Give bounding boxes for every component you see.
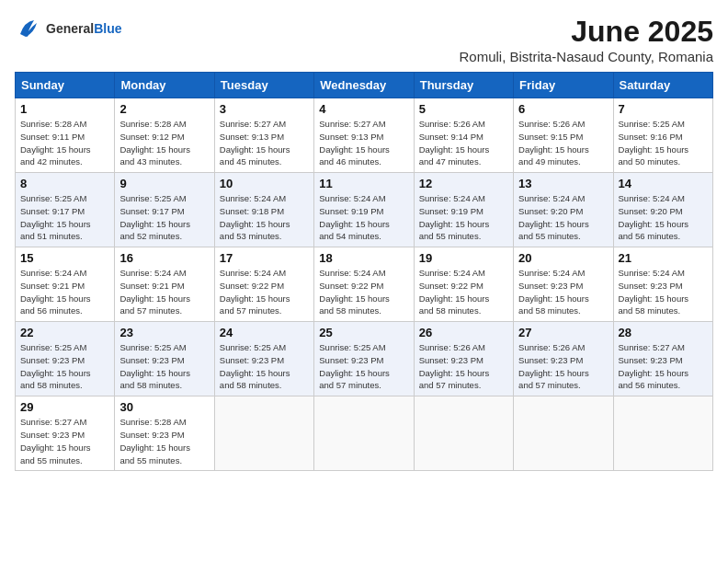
day-info: Sunrise: 5:24 AM Sunset: 9:19 PM Dayligh… bbox=[419, 192, 508, 243]
header-row: Sunday Monday Tuesday Wednesday Thursday… bbox=[16, 73, 713, 98]
day-info: Sunrise: 5:24 AM Sunset: 9:23 PM Dayligh… bbox=[619, 267, 708, 317]
day-number: 13 bbox=[518, 177, 608, 190]
day-info: Sunrise: 5:27 AM Sunset: 9:23 PM Dayligh… bbox=[20, 416, 109, 466]
day-info: Sunrise: 5:24 AM Sunset: 9:23 PM Dayligh… bbox=[518, 267, 608, 317]
day-info: Sunrise: 5:24 AM Sunset: 9:20 PM Dayligh… bbox=[619, 192, 708, 243]
day-info: Sunrise: 5:26 AM Sunset: 9:15 PM Dayligh… bbox=[518, 118, 608, 168]
calendar-cell: 30Sunrise: 5:28 AM Sunset: 9:23 PM Dayli… bbox=[115, 396, 214, 471]
calendar-cell: 19Sunrise: 5:24 AM Sunset: 9:22 PM Dayli… bbox=[414, 247, 513, 322]
logo-text: GeneralBlue bbox=[46, 21, 121, 36]
calendar-cell: 23Sunrise: 5:25 AM Sunset: 9:23 PM Dayli… bbox=[115, 322, 214, 396]
day-number: 27 bbox=[518, 326, 608, 339]
title-block: June 2025 Romuli, Bistrita-Nasaud County… bbox=[460, 15, 714, 64]
day-info: Sunrise: 5:27 AM Sunset: 9:13 PM Dayligh… bbox=[220, 118, 309, 168]
day-info: Sunrise: 5:24 AM Sunset: 9:22 PM Dayligh… bbox=[220, 267, 309, 317]
calendar-cell: 26Sunrise: 5:26 AM Sunset: 9:23 PM Dayli… bbox=[414, 322, 513, 396]
week-row-3: 15Sunrise: 5:24 AM Sunset: 9:21 PM Dayli… bbox=[16, 247, 713, 322]
day-info: Sunrise: 5:25 AM Sunset: 9:16 PM Dayligh… bbox=[619, 118, 708, 168]
day-number: 30 bbox=[119, 400, 209, 414]
day-info: Sunrise: 5:28 AM Sunset: 9:12 PM Dayligh… bbox=[119, 118, 209, 168]
week-row-2: 8Sunrise: 5:25 AM Sunset: 9:17 PM Daylig… bbox=[16, 173, 713, 247]
day-number: 19 bbox=[419, 251, 508, 265]
calendar-cell: 29Sunrise: 5:27 AM Sunset: 9:23 PM Dayli… bbox=[16, 396, 115, 471]
calendar-cell bbox=[514, 396, 613, 471]
calendar-cell: 21Sunrise: 5:24 AM Sunset: 9:23 PM Dayli… bbox=[613, 247, 712, 322]
day-info: Sunrise: 5:25 AM Sunset: 9:23 PM Dayligh… bbox=[220, 341, 309, 392]
logo-icon bbox=[15, 15, 42, 42]
day-info: Sunrise: 5:28 AM Sunset: 9:11 PM Dayligh… bbox=[20, 118, 109, 168]
col-tuesday: Tuesday bbox=[214, 73, 313, 98]
calendar-cell: 16Sunrise: 5:24 AM Sunset: 9:21 PM Dayli… bbox=[115, 247, 214, 322]
week-row-4: 22Sunrise: 5:25 AM Sunset: 9:23 PM Dayli… bbox=[16, 322, 713, 396]
calendar-cell bbox=[214, 396, 313, 471]
col-wednesday: Wednesday bbox=[314, 73, 414, 98]
day-info: Sunrise: 5:28 AM Sunset: 9:23 PM Dayligh… bbox=[119, 416, 209, 466]
day-number: 2 bbox=[119, 102, 209, 116]
day-info: Sunrise: 5:27 AM Sunset: 9:13 PM Dayligh… bbox=[319, 118, 408, 168]
col-saturday: Saturday bbox=[613, 73, 712, 98]
day-info: Sunrise: 5:26 AM Sunset: 9:23 PM Dayligh… bbox=[419, 341, 508, 392]
day-number: 26 bbox=[419, 326, 508, 339]
calendar-cell: 17Sunrise: 5:24 AM Sunset: 9:22 PM Dayli… bbox=[214, 247, 313, 322]
calendar-cell bbox=[414, 396, 513, 471]
day-number: 1 bbox=[20, 102, 109, 116]
month-year-title: June 2025 bbox=[460, 15, 714, 49]
day-number: 15 bbox=[20, 251, 109, 265]
day-info: Sunrise: 5:25 AM Sunset: 9:23 PM Dayligh… bbox=[319, 341, 408, 392]
calendar-table: Sunday Monday Tuesday Wednesday Thursday… bbox=[15, 72, 713, 471]
calendar-cell: 2Sunrise: 5:28 AM Sunset: 9:12 PM Daylig… bbox=[115, 98, 214, 173]
calendar-cell: 6Sunrise: 5:26 AM Sunset: 9:15 PM Daylig… bbox=[514, 98, 613, 173]
calendar-cell: 3Sunrise: 5:27 AM Sunset: 9:13 PM Daylig… bbox=[214, 98, 313, 173]
logo: GeneralBlue bbox=[15, 15, 121, 42]
calendar-cell: 9Sunrise: 5:25 AM Sunset: 9:17 PM Daylig… bbox=[115, 173, 214, 247]
day-number: 22 bbox=[20, 326, 109, 339]
col-monday: Monday bbox=[115, 73, 214, 98]
day-info: Sunrise: 5:24 AM Sunset: 9:20 PM Dayligh… bbox=[518, 192, 608, 243]
col-sunday: Sunday bbox=[16, 73, 115, 98]
day-info: Sunrise: 5:25 AM Sunset: 9:17 PM Dayligh… bbox=[20, 192, 109, 243]
day-number: 29 bbox=[20, 400, 109, 414]
day-info: Sunrise: 5:25 AM Sunset: 9:17 PM Dayligh… bbox=[119, 192, 209, 243]
day-number: 4 bbox=[319, 102, 408, 116]
day-number: 9 bbox=[119, 177, 209, 190]
day-info: Sunrise: 5:24 AM Sunset: 9:21 PM Dayligh… bbox=[119, 267, 209, 317]
page-header: GeneralBlue June 2025 Romuli, Bistrita-N… bbox=[15, 15, 713, 64]
day-info: Sunrise: 5:26 AM Sunset: 9:14 PM Dayligh… bbox=[419, 118, 508, 168]
day-number: 24 bbox=[220, 326, 309, 339]
day-info: Sunrise: 5:25 AM Sunset: 9:23 PM Dayligh… bbox=[20, 341, 109, 392]
day-info: Sunrise: 5:27 AM Sunset: 9:23 PM Dayligh… bbox=[619, 341, 708, 392]
day-number: 25 bbox=[319, 326, 408, 339]
calendar-cell: 11Sunrise: 5:24 AM Sunset: 9:19 PM Dayli… bbox=[314, 173, 414, 247]
day-number: 3 bbox=[220, 102, 309, 116]
calendar-cell: 13Sunrise: 5:24 AM Sunset: 9:20 PM Dayli… bbox=[514, 173, 613, 247]
day-number: 20 bbox=[518, 251, 608, 265]
day-number: 28 bbox=[619, 326, 708, 339]
calendar-cell: 25Sunrise: 5:25 AM Sunset: 9:23 PM Dayli… bbox=[314, 322, 414, 396]
calendar-cell: 15Sunrise: 5:24 AM Sunset: 9:21 PM Dayli… bbox=[16, 247, 115, 322]
day-info: Sunrise: 5:24 AM Sunset: 9:21 PM Dayligh… bbox=[20, 267, 109, 317]
day-number: 11 bbox=[319, 177, 408, 190]
calendar-cell: 1Sunrise: 5:28 AM Sunset: 9:11 PM Daylig… bbox=[16, 98, 115, 173]
col-thursday: Thursday bbox=[414, 73, 513, 98]
day-number: 14 bbox=[619, 177, 708, 190]
calendar-cell: 4Sunrise: 5:27 AM Sunset: 9:13 PM Daylig… bbox=[314, 98, 414, 173]
day-info: Sunrise: 5:25 AM Sunset: 9:23 PM Dayligh… bbox=[119, 341, 209, 392]
calendar-cell: 8Sunrise: 5:25 AM Sunset: 9:17 PM Daylig… bbox=[16, 173, 115, 247]
day-number: 17 bbox=[220, 251, 309, 265]
day-info: Sunrise: 5:24 AM Sunset: 9:22 PM Dayligh… bbox=[419, 267, 508, 317]
day-number: 10 bbox=[220, 177, 309, 190]
calendar-cell: 18Sunrise: 5:24 AM Sunset: 9:22 PM Dayli… bbox=[314, 247, 414, 322]
day-number: 21 bbox=[619, 251, 708, 265]
calendar-cell: 10Sunrise: 5:24 AM Sunset: 9:18 PM Dayli… bbox=[214, 173, 313, 247]
day-info: Sunrise: 5:24 AM Sunset: 9:18 PM Dayligh… bbox=[220, 192, 309, 243]
calendar-cell: 20Sunrise: 5:24 AM Sunset: 9:23 PM Dayli… bbox=[514, 247, 613, 322]
calendar-cell: 12Sunrise: 5:24 AM Sunset: 9:19 PM Dayli… bbox=[414, 173, 513, 247]
col-friday: Friday bbox=[514, 73, 613, 98]
day-info: Sunrise: 5:24 AM Sunset: 9:19 PM Dayligh… bbox=[319, 192, 408, 243]
calendar-cell: 28Sunrise: 5:27 AM Sunset: 9:23 PM Dayli… bbox=[613, 322, 712, 396]
day-number: 23 bbox=[119, 326, 209, 339]
day-number: 6 bbox=[518, 102, 608, 116]
day-number: 18 bbox=[319, 251, 408, 265]
day-info: Sunrise: 5:24 AM Sunset: 9:22 PM Dayligh… bbox=[319, 267, 408, 317]
calendar-cell bbox=[314, 396, 414, 471]
